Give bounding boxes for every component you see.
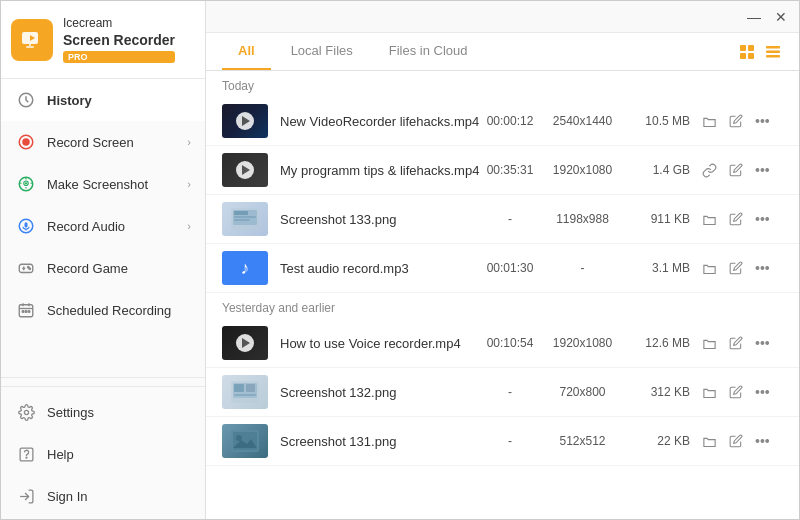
sidebar-item-settings[interactable]: Settings [1,391,205,433]
more-button[interactable]: ••• [753,333,772,353]
file-name: Screenshot 131.png [280,434,480,449]
file-thumbnail [222,153,268,187]
file-actions: ••• [700,382,772,402]
more-button[interactable]: ••• [753,258,772,278]
play-triangle-icon [242,165,250,175]
folder-button[interactable] [700,432,719,451]
file-size: 3.1 MB [625,261,690,275]
svg-point-21 [29,268,31,270]
svg-rect-36 [748,53,754,59]
file-row[interactable]: Screenshot 131.png - 512x512 22 KB ••• [206,417,799,466]
edit-button[interactable] [727,259,745,277]
mic-icon [15,215,37,237]
file-resolution: 2540x1440 [540,114,625,128]
file-row[interactable]: How to use Voice recorder.mp4 00:10:54 1… [206,319,799,368]
close-button[interactable]: ✕ [775,9,787,25]
more-button[interactable]: ••• [753,111,772,131]
edit-button[interactable] [727,334,745,352]
svg-point-31 [26,457,27,458]
svg-rect-15 [25,222,28,227]
minimize-button[interactable]: — [747,9,761,25]
file-row[interactable]: New VideoRecorder lifehacks.mp4 00:00:12… [206,97,799,146]
edit-button[interactable] [727,112,745,130]
more-button[interactable]: ••• [753,431,772,451]
logo-area: Icecream Screen Recorder PRO [1,1,205,79]
tab-local-files[interactable]: Local Files [275,33,369,70]
sidebar: Icecream Screen Recorder PRO History [1,1,206,520]
folder-button[interactable] [700,259,719,278]
edit-button[interactable] [727,383,745,401]
file-size: 1.4 GB [625,163,690,177]
file-thumbnail [222,375,268,409]
file-name: My programm tips & lifehacks.mp4 [280,163,480,178]
sidebar-item-make-screenshot[interactable]: Make Screenshot › [1,163,205,205]
titlebar: — ✕ [206,1,799,33]
file-size: 312 KB [625,385,690,399]
folder-button[interactable] [700,210,719,229]
play-triangle-icon [242,338,250,348]
file-size: 911 KB [625,212,690,226]
chevron-right-icon-2: › [187,178,191,190]
sidebar-item-record-audio[interactable]: Record Audio › [1,205,205,247]
folder-button[interactable] [700,383,719,402]
play-button[interactable] [236,161,254,179]
file-resolution: 1920x1080 [540,163,625,177]
file-size: 10.5 MB [625,114,690,128]
svg-point-29 [24,410,28,414]
file-row[interactable]: Screenshot 132.png - 720x800 312 KB ••• [206,368,799,417]
sidebar-item-help[interactable]: Help [1,433,205,475]
file-thumbnail [222,424,268,458]
file-name: Test audio record.mp3 [280,261,480,276]
file-actions: ••• [700,333,772,353]
edit-button[interactable] [727,210,745,228]
link-button[interactable] [700,161,719,180]
screenshot-icon [15,173,37,195]
edit-button[interactable] [727,161,745,179]
edit-button[interactable] [727,432,745,450]
sidebar-bottom: Settings Help Sign In [1,377,205,520]
svg-rect-49 [234,394,256,396]
play-button[interactable] [236,334,254,352]
file-actions: ••• [700,160,772,180]
list-view-button[interactable] [763,42,783,62]
svg-rect-38 [766,50,780,53]
sidebar-item-history[interactable]: History [1,79,205,121]
grid-view-button[interactable] [737,42,757,62]
file-actions: ••• [700,209,772,229]
file-name: Screenshot 132.png [280,385,480,400]
more-button[interactable]: ••• [753,160,772,180]
sidebar-item-record-screen[interactable]: Record Screen › [1,121,205,163]
logo-subtitle: Screen Recorder [63,31,175,49]
sidebar-item-record-game[interactable]: Record Game [1,247,205,289]
more-button[interactable]: ••• [753,382,772,402]
svg-rect-28 [28,311,30,313]
tab-all[interactable]: All [222,33,271,70]
folder-button[interactable] [700,112,719,131]
svg-rect-43 [234,216,256,218]
file-row[interactable]: Screenshot 133.png - 1198x988 911 KB ••• [206,195,799,244]
svg-rect-39 [766,55,780,58]
file-row[interactable]: ♪ Test audio record.mp3 00:01:30 - 3.1 M… [206,244,799,293]
sidebar-item-record-audio-label: Record Audio [47,219,125,234]
file-duration: 00:01:30 [480,261,540,275]
file-actions: ••• [700,431,772,451]
file-resolution: 1198x988 [540,212,625,226]
folder-button[interactable] [700,334,719,353]
svg-rect-44 [234,219,250,221]
gear-icon [15,401,37,423]
svg-rect-2 [26,46,34,48]
nav-divider [1,386,205,387]
svg-rect-34 [748,45,754,51]
play-triangle-icon [242,116,250,126]
sidebar-item-scheduled-recording[interactable]: Scheduled Recording [1,289,205,331]
sidebar-item-sign-in[interactable]: Sign In [1,475,205,517]
file-resolution: 720x800 [540,385,625,399]
file-resolution: - [540,261,625,275]
more-button[interactable]: ••• [753,209,772,229]
signin-icon [15,485,37,507]
calendar-icon [15,299,37,321]
play-button[interactable] [236,112,254,130]
file-row[interactable]: My programm tips & lifehacks.mp4 00:35:3… [206,146,799,195]
tab-files-in-cloud[interactable]: Files in Cloud [373,33,484,70]
sidebar-item-settings-label: Settings [47,405,94,420]
